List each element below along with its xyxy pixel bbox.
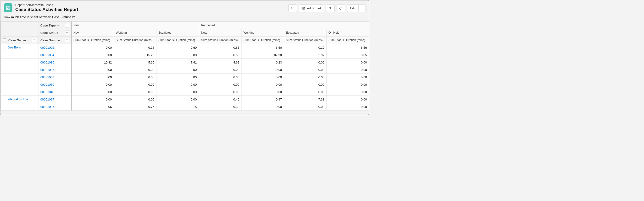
edit-dropdown-button[interactable] (358, 4, 366, 12)
data-cell: 0.30 (199, 103, 242, 111)
data-cell: 0.00 (284, 88, 326, 96)
data-cell: 7.38 (284, 96, 326, 103)
table-row: 0000103510.825.657.414.620.230.000.00 (1, 59, 369, 66)
refresh-button[interactable] (336, 4, 345, 12)
data-cell: 0.00 (326, 66, 369, 73)
search-button[interactable] (288, 4, 297, 12)
group-re-onhold[interactable]: On Hold (326, 29, 369, 36)
case-number-link[interactable]: 00001035 (40, 61, 54, 64)
svg-rect-3 (8, 7, 8, 9)
case-number-link[interactable]: 00001040 (40, 90, 54, 94)
group-type-new[interactable]: New (72, 22, 199, 29)
data-cell: 0.00 (242, 73, 284, 81)
data-cell: 0.00 (284, 59, 326, 66)
filter-button[interactable] (326, 4, 335, 12)
case-number-cell: 00001035 (38, 59, 72, 66)
data-cell: 8.56 (326, 44, 369, 51)
owner-cell (1, 51, 38, 59)
case-number-cell: 00001002 (38, 44, 72, 51)
chart-pie-icon (302, 6, 306, 10)
data-cell: 0.00 (242, 66, 284, 73)
data-cell: 0.00 (72, 51, 114, 59)
search-icon (291, 6, 294, 10)
owner-cell (1, 81, 38, 88)
table-row: Integration User000010170.000.000.000.45… (1, 96, 369, 103)
group-new-escalated[interactable]: Escalated (156, 29, 199, 36)
agg-header[interactable]: Sum Status Duration (mins) (326, 36, 369, 44)
owner-link[interactable]: Integration User (8, 97, 30, 101)
row-checkbox[interactable] (3, 98, 6, 101)
data-cell: 0.00 (156, 66, 199, 73)
case-number-link[interactable]: 00001017 (40, 98, 54, 101)
report-icon (4, 3, 12, 12)
case-number-link[interactable]: 00001002 (40, 46, 54, 49)
group-re-new[interactable]: New (199, 29, 242, 36)
data-cell: 0.45 (199, 96, 242, 103)
case-type-header[interactable]: Case Type → ▼ (38, 22, 72, 29)
group-new-working[interactable]: Working (114, 29, 156, 36)
data-cell: 0.00 (72, 88, 114, 96)
row-checkbox[interactable] (3, 46, 6, 49)
case-number-link[interactable]: 00001036 (40, 105, 54, 109)
data-cell: 0.00 (284, 66, 326, 73)
filter-icon (329, 6, 332, 10)
report-header: Report: Activities with Cases Case Statu… (0, 0, 369, 14)
table-row: Dee Ervin000010020.000.180.600.856.500.1… (1, 44, 369, 51)
agg-header[interactable]: Sum Status Duration (mins) (242, 36, 284, 44)
agg-header[interactable]: Sum Status Duration (mins) (114, 36, 156, 44)
header-blank-1 (1, 22, 38, 29)
report-context: Report: Activities with Cases (15, 3, 288, 7)
data-cell: 0.00 (72, 66, 114, 73)
data-cell: 0.00 (326, 88, 369, 96)
case-status-header[interactable]: Case Status → ▼ (38, 29, 72, 36)
case-number-cell: 00001034 (38, 51, 72, 59)
case-type-menu[interactable]: ▼ (65, 23, 69, 27)
case-owner-header[interactable]: Case Owner ↑ ▼ (1, 36, 38, 44)
group-re-working[interactable]: Working (242, 29, 284, 36)
edit-button[interactable]: Edit (347, 4, 358, 12)
group-type-reopened[interactable]: Reopened (199, 22, 369, 29)
agg-header[interactable]: Sum Status Duration (mins) (156, 36, 199, 44)
case-number-link[interactable]: 00001034 (40, 53, 54, 57)
caret-down-icon (361, 7, 363, 9)
data-cell: 0.60 (156, 44, 199, 51)
data-cell: 0.15 (156, 103, 199, 111)
case-number-link[interactable]: 00001038 (40, 75, 54, 79)
data-cell: 0.00 (326, 103, 369, 111)
sort-asc-icon: ↑ (27, 38, 29, 42)
case-owner-menu[interactable]: ▼ (32, 38, 36, 42)
data-cell: 0.00 (114, 88, 156, 96)
table-row: 000010370.000.000.000.000.000.000.00 (1, 66, 369, 73)
arrow-right-icon: → (59, 31, 62, 34)
agg-header[interactable]: Sum Status Duration (mins) (72, 36, 114, 44)
data-cell: 0.00 (114, 73, 156, 81)
svg-rect-2 (7, 8, 8, 9)
add-chart-button[interactable]: Add Chart (299, 4, 324, 12)
case-number-cell: 00001017 (38, 96, 72, 103)
toolbar: Add Chart Edit (288, 3, 366, 12)
report-table: Case Type → ▼ New Reopened Case Status →… (0, 21, 369, 111)
data-cell: 0.85 (199, 44, 242, 51)
group-re-escalated[interactable]: Escalated (284, 29, 326, 36)
data-cell: 2.97 (284, 51, 326, 59)
data-cell: 10.82 (72, 59, 114, 66)
case-number-header[interactable]: Case Number ↑ ▼ (38, 36, 72, 44)
owner-link[interactable]: Dee Ervin (8, 46, 21, 49)
select-all-owners-checkbox[interactable] (3, 38, 6, 42)
data-cell: 0.75 (114, 103, 156, 111)
case-number-cell: 00001038 (38, 73, 72, 81)
table-row: 000010362.060.750.150.300.000.000.00 (1, 103, 369, 111)
group-new-new[interactable]: New (72, 29, 114, 36)
case-number-link[interactable]: 00001039 (40, 83, 54, 86)
case-status-menu[interactable]: ▼ (65, 30, 69, 35)
case-number-link[interactable]: 00001037 (40, 68, 54, 72)
case-number-cell: 00001036 (38, 103, 72, 111)
case-number-menu[interactable]: ▼ (65, 38, 69, 42)
data-cell: 0.00 (156, 96, 199, 103)
agg-header[interactable]: Sum Status Duration (mins) (284, 36, 326, 44)
owner-cell: Integration User (1, 96, 38, 103)
data-cell: 0.00 (72, 81, 114, 88)
owner-cell (1, 88, 38, 96)
data-cell: 0.00 (156, 51, 199, 59)
agg-header[interactable]: Sum Status Duration (mins) (199, 36, 242, 44)
